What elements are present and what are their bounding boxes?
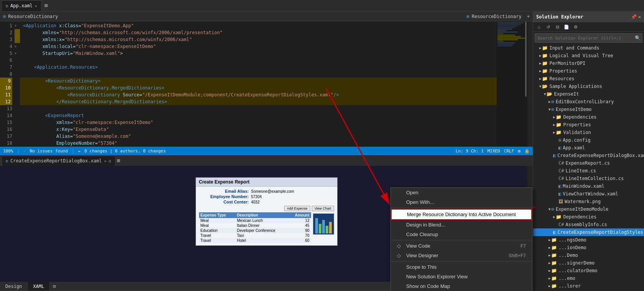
expand-arrow-res: ▶ [539, 77, 541, 81]
se-btn-collapse[interactable]: ⊟ [553, 23, 562, 31]
se-item-calculatordemo[interactable]: ▶ 📁 ...culatorDemo [533, 267, 644, 274]
se-item-expensereportcs[interactable]: C# ExpenseReport.cs [533, 159, 644, 167]
se-item-explorer[interactable]: ▶ 📁 ...lorer [533, 282, 644, 290]
tab-create-expense[interactable]: ⊞ CreateExpenseReportDialogBox.xaml ✕ ⊡ [2, 156, 115, 166]
se-btn-home[interactable]: ⌂ [535, 23, 543, 31]
code-line-5: StartupUri="MainWindow.xaml"> [20, 50, 497, 57]
project-icon-module: ⊞ [551, 207, 554, 212]
se-item-expenseitdemo[interactable]: ▼ ⊞ ExpenseItDemo [533, 106, 644, 113]
breadcrumb-icon: ⊞ [3, 14, 6, 19]
add-expense-btn[interactable]: Add Expense [284, 206, 310, 211]
breadcrumb-text-right: ResourceDictionary [472, 14, 522, 19]
se-item-mainwindow[interactable]: ◧ MainWindow.xaml [533, 182, 644, 190]
se-item-lineitemcollection[interactable]: C# LineItemCollection.cs [533, 175, 644, 182]
minimap-scrollbar[interactable] [525, 21, 527, 97]
se-btn-settings[interactable]: ⚙ [572, 23, 580, 31]
se-item-expenseitdemomodule[interactable]: ▼ ⊞ ExpenseItDemoModule [533, 205, 644, 213]
se-item-expenseit[interactable]: ▼ 📂 ExpenseIt [533, 90, 644, 98]
view-chart-btn[interactable]: View Chart [312, 206, 334, 211]
folder-icon-expenseit: 📂 [547, 91, 552, 97]
minimap-area [497, 21, 527, 147]
ctx-item-open-with[interactable]: Open With... [391, 197, 532, 207]
ctx-item-show-map[interactable]: Show on Code Map [391, 281, 532, 291]
se-label-vc: ViewChartWindow.xaml [563, 191, 618, 197]
tab-icon-create: ⊞ [6, 159, 8, 163]
pin-icon[interactable]: 📌 [631, 14, 637, 20]
ctx-item-open[interactable]: Open [391, 188, 532, 197]
xaml-icon-ces: ◧ [553, 230, 556, 235]
expand-arrow-cd: ▶ [548, 269, 550, 273]
ctx-item-design-blend[interactable]: Design in Blend... [391, 220, 532, 230]
tab-design[interactable]: Design [0, 282, 28, 291]
status-zoom: 100% [3, 149, 13, 154]
se-search-input[interactable] [535, 36, 635, 41]
editor-vscrollbar[interactable] [527, 21, 533, 147]
expand-arrow-sd: ▶ [548, 261, 550, 265]
ctx-shortcut-view-code: F7 [520, 243, 526, 249]
ctx-item-view-designer[interactable]: ◇ View Designer Shift+F7 [391, 251, 532, 260]
se-item-create-expense-styles[interactable]: ◧ CreateExpenseReportDialogStyles.xaml [533, 228, 644, 236]
se-item-signerdemo[interactable]: ▶ 📁 ...signerDemo [533, 259, 644, 267]
tab-close-create[interactable]: ✕ [104, 159, 106, 163]
se-item-editbox[interactable]: ▶ ⊞ EditBoxControlLibrary [533, 98, 644, 106]
chart-mini [313, 213, 334, 235]
se-item-deps[interactable]: ▶ 📁 Dependencies [533, 113, 644, 121]
se-item-appxaml[interactable]: ◧ App.xaml [533, 144, 644, 152]
code-line-8 [20, 71, 497, 78]
table-row: TravelHotel60 [199, 238, 311, 243]
se-item-watermark[interactable]: 🖼 Watermark.png [533, 198, 644, 205]
tab-app-xaml[interactable]: ⊞ App.xaml ✕ [2, 0, 41, 11]
se-item-appconfig[interactable]: ⚙ App.config [533, 136, 644, 144]
se-item-permonitor[interactable]: ▶ 📁 PerMonitorDPI [533, 60, 644, 67]
se-item-anitiondemo[interactable]: ▶ 📁 ...ionDemo [533, 244, 644, 251]
status-issues: No issues found [30, 149, 68, 154]
employee-value: 57304 [251, 195, 262, 199]
code-line-10: <ResourceDictionary.MergedDictionaries> [20, 84, 497, 91]
expand-arrow-valid: ▶ [553, 131, 555, 134]
se-label-ecs: ExpenseReport.cs [565, 160, 610, 166]
cost-label: Cost Center: [199, 200, 249, 204]
status-separator-1: | [17, 149, 20, 154]
tab-open-in[interactable]: ⊡ [50, 282, 59, 291]
se-item-deps-module[interactable]: ▶ 📁 Dependencies [533, 213, 644, 221]
expand-arrow-rd: ▶ [548, 238, 550, 242]
se-label-expenseit: ExpenseIt [554, 91, 579, 97]
tab-xaml[interactable]: XAML [28, 282, 50, 291]
se-item-sample-apps[interactable]: ▼ 📂 Sample Applications [533, 83, 644, 90]
ctx-label-open: Open [406, 190, 418, 195]
se-label-ces: CreateExpenseReportDialogStyles.xaml [557, 230, 644, 235]
ctx-item-merge[interactable]: Merge Resource Dictionary Into Active Do… [391, 209, 532, 220]
ctx-icon-view-code: ◇ [397, 243, 403, 249]
se-btn-refresh[interactable]: ↺ [544, 23, 552, 31]
se-item-createexpense[interactable]: ◧ CreateExpenseReportDialogBox.xaml [533, 152, 644, 159]
se-item-properties[interactable]: ▶ 📁 Properties [533, 67, 644, 75]
expand-btn-bottom[interactable]: ⊞ [117, 157, 120, 164]
tab-close-app-xaml[interactable]: ✕ [35, 4, 37, 8]
expand-btn[interactable]: + [527, 14, 530, 19]
code-line-6 [20, 57, 497, 64]
se-item-logical[interactable]: ▶ 📁 Logical and Visual Tree [533, 52, 644, 60]
se-item-validation[interactable]: ▶ 📁 Validation [533, 129, 644, 136]
xaml-icon-mw: ◧ [558, 184, 561, 189]
se-item-viewchart[interactable]: ◧ ViewChartWindow.xaml [533, 190, 644, 198]
se-item-lineitemcs[interactable]: C# LineItem.cs [533, 167, 644, 175]
folder-icon-sd: 📁 [551, 260, 557, 266]
se-item-demo-mo[interactable]: ▶ 📁 ...emo [533, 274, 644, 282]
ctx-item-scope[interactable]: Scope to This [391, 262, 532, 272]
se-btn-files[interactable]: 📄 [562, 23, 571, 31]
se-tree[interactable]: ▶ 📁 Input and Commands ▶ 📁 Logical and V… [533, 44, 644, 291]
se-item-props-demo[interactable]: ▶ 📁 Properties [533, 121, 644, 129]
se-item-assemblyinfo[interactable]: C# AssemblyInfo.cs [533, 221, 644, 228]
se-item-ringsdemo[interactable]: ▶ 📁 ...ngsDemo [533, 236, 644, 244]
ctx-item-view-code[interactable]: ◇ View Code F7 [391, 241, 532, 251]
ctx-item-new-explorer[interactable]: New Solution Explorer View [391, 272, 532, 281]
se-search-bar: 🔍 [535, 33, 642, 43]
se-label-d1: ...Demo [558, 253, 578, 258]
ctx-item-code-cleanup[interactable]: Code Cleanup [391, 230, 532, 239]
se-item-resources[interactable]: ▶ 📁 Resources [533, 75, 644, 83]
col-amount: Amount [288, 212, 311, 218]
se-item-input-commands[interactable]: ▶ 📁 Input and Commands [533, 44, 644, 52]
se-item-demo1[interactable]: ▶ 📁 ...Demo [533, 251, 644, 259]
close-se-icon[interactable]: ✕ [638, 14, 641, 20]
folder-icon-cd: 📁 [551, 268, 557, 273]
